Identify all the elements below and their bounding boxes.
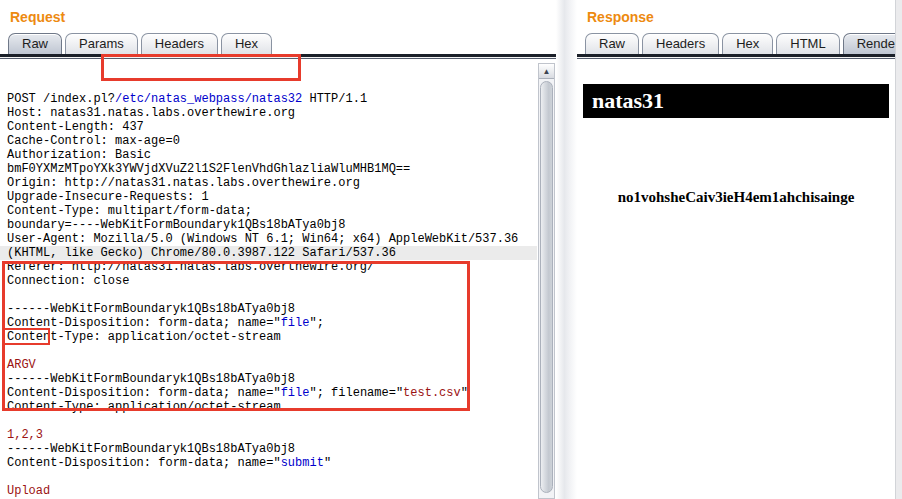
request-line: ARGV: [0, 358, 537, 372]
password-text: no1vohsheCaiv3ieH4em1ahchisainge: [577, 189, 895, 206]
request-line: Referer: http://natas31.natas.labs.overt…: [0, 260, 537, 274]
request-scrollbar[interactable]: ▲: [538, 63, 555, 499]
request-line: Content-Type: multipart/form-data;: [0, 204, 537, 218]
request-line: ------WebKitFormBoundaryk1QBs18bATya0bj8: [0, 372, 537, 386]
scroll-up-button[interactable]: ▲: [539, 64, 554, 79]
request-lines: POST /index.pl?/etc/natas_webpass/natas3…: [0, 92, 556, 499]
request-line: Content-Disposition: form-data; name="fi…: [0, 386, 537, 400]
tab-hex[interactable]: Hex: [722, 33, 773, 54]
request-tab-underline: [0, 54, 556, 60]
request-line: bmF0YXMzMTpoYXk3YWVjdXVuZ2l1S2FlenVhdGhl…: [0, 162, 537, 176]
request-line: Host: natas31.natas.labs.overthewire.org: [0, 106, 537, 120]
request-line: Origin: http://natas31.natas.labs.overth…: [0, 176, 537, 190]
tab-render[interactable]: Render: [843, 33, 902, 54]
request-line: boundary=----WebKitFormBoundaryk1QBs18bA…: [0, 218, 537, 232]
request-line: User-Agent: Mozilla/5.0 (Windows NT 6.1;…: [0, 232, 537, 246]
request-line: Content-Disposition: form-data; name="fi…: [0, 316, 537, 330]
request-line: Content-Type: application/octet-stream: [0, 400, 537, 414]
response-render-view: natas31 no1vohsheCaiv3ieH4em1ahchisainge: [577, 63, 895, 499]
request-tabbar: RawParamsHeadersHex: [0, 32, 556, 54]
request-raw-editor[interactable]: POST /index.pl?/etc/natas_webpass/natas3…: [0, 63, 556, 499]
response-panel-title: Response: [587, 9, 895, 25]
page-scrollbar-track[interactable]: [895, 0, 902, 499]
response-tab-underline: [577, 54, 895, 60]
request-line: Content-Length: 437: [0, 120, 537, 134]
request-panel-title: Request: [10, 9, 556, 25]
level-banner-text: natas31: [592, 88, 664, 113]
scrollbar-thumb[interactable]: [540, 81, 553, 493]
request-line: [0, 288, 537, 302]
tab-html[interactable]: HTML: [776, 33, 839, 54]
request-line: Upgrade-Insecure-Requests: 1: [0, 190, 537, 204]
request-line: Authorization: Basic: [0, 148, 537, 162]
request-line: (KHTML, like Gecko) Chrome/80.0.3987.122…: [0, 246, 537, 260]
response-tabbar: RawHeadersHexHTMLRender: [577, 32, 895, 54]
tab-params[interactable]: Params: [65, 33, 138, 54]
up-arrow-icon: ▲: [543, 67, 551, 76]
tab-raw[interactable]: Raw: [8, 33, 62, 54]
request-line: ------WebKitFormBoundaryk1QBs18bATya0bj8: [0, 302, 537, 316]
request-line: Content-Type: application/octet-stream: [0, 330, 537, 344]
request-line: Connection: close: [0, 274, 537, 288]
level-banner: natas31: [583, 84, 889, 118]
request-line: ------WebKitFormBoundaryk1QBs18bATya0bj8: [0, 442, 537, 456]
request-line: Content-Disposition: form-data; name="su…: [0, 456, 537, 470]
response-panel: Response RawHeadersHexHTMLRender natas31…: [577, 0, 895, 499]
request-line: [0, 470, 537, 484]
request-line: [0, 344, 537, 358]
tab-headers[interactable]: Headers: [642, 33, 719, 54]
tab-headers[interactable]: Headers: [141, 33, 218, 54]
tab-raw[interactable]: Raw: [585, 33, 639, 54]
request-line: POST /index.pl?/etc/natas_webpass/natas3…: [0, 92, 537, 106]
request-line: Upload: [0, 484, 537, 498]
request-line: 1,2,3: [0, 428, 537, 442]
request-panel: Request RawParamsHeadersHex POST /index.…: [0, 0, 556, 499]
panel-splitter[interactable]: [556, 0, 577, 499]
request-line: Cache-Control: max-age=0: [0, 134, 537, 148]
request-line: [0, 414, 537, 428]
tab-hex[interactable]: Hex: [221, 33, 272, 54]
